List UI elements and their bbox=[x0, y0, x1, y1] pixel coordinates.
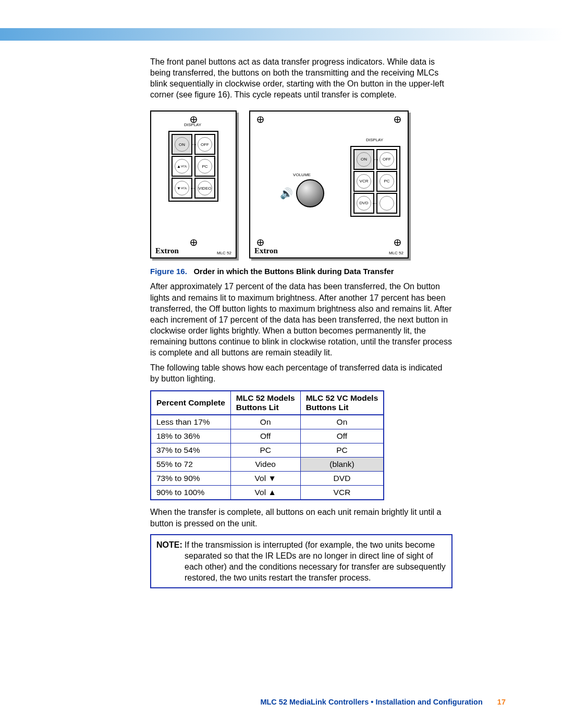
footer-title: MLC 52 MediaLink Controllers • Installat… bbox=[260, 698, 482, 706]
cell-mlc52vc: Off bbox=[300, 429, 384, 443]
page-footer: MLC 52 MediaLink Controllers • Installat… bbox=[260, 698, 506, 706]
arrow-left-icon: ← bbox=[371, 199, 378, 207]
cell-percent: 90% to 100% bbox=[151, 486, 230, 500]
button-off: OFF bbox=[376, 149, 397, 170]
cell-mlc52vc: DVD bbox=[300, 472, 384, 486]
device-panel-mlc52vc: VOLUME 🔊 DISPLAY ON OFF → bbox=[249, 110, 409, 258]
table-row: Less than 17%OnOn bbox=[151, 415, 384, 429]
brand-label: Extron bbox=[254, 246, 278, 255]
data-transfer-table: Percent Complete MLC 52 ModelsButtons Li… bbox=[150, 390, 384, 500]
paragraph-after-figure: After approximately 17 percent of the da… bbox=[150, 281, 452, 358]
page-number: 17 bbox=[497, 698, 506, 706]
figure-number: Figure 16. bbox=[150, 267, 187, 276]
volume-knob bbox=[296, 179, 324, 207]
figure-caption: Figure 16. Order in which the Buttons Bl… bbox=[150, 267, 452, 276]
figure-title: Order in which the Buttons Blink during … bbox=[193, 267, 394, 276]
figure-16: DISPLAY ON OFF → ▲VOL PC ↓ ▼VOL VIDEO bbox=[150, 110, 452, 258]
button-video: VIDEO bbox=[194, 178, 215, 199]
button-vol-up: ▲VOL bbox=[172, 156, 192, 177]
paragraph-table-intro: The following table shows how each perce… bbox=[150, 362, 452, 384]
arrow-up-icon: ↑ bbox=[352, 190, 356, 198]
button-on: ON bbox=[172, 134, 192, 155]
button-pc: PC bbox=[194, 156, 215, 177]
button-on: ON bbox=[353, 149, 374, 170]
paragraph-intro: The front panel buttons act as data tran… bbox=[150, 56, 452, 100]
button-blank bbox=[376, 193, 397, 214]
header-gradient-bar bbox=[0, 28, 563, 41]
screw-icon bbox=[394, 239, 401, 246]
cell-mlc52: Off bbox=[230, 429, 300, 443]
cell-percent: 73% to 90% bbox=[151, 472, 230, 486]
th-mlc52vc: MLC 52 VC ModelsButtons Lit bbox=[300, 391, 384, 415]
th-percent-complete: Percent Complete bbox=[151, 391, 230, 415]
table-row: 73% to 90%Vol ▼DVD bbox=[151, 472, 384, 486]
arrow-right-icon: → bbox=[190, 140, 198, 149]
paragraph-after-table: When the transfer is complete, all butto… bbox=[150, 507, 452, 528]
brand-label: Extron bbox=[155, 246, 179, 255]
th-mlc52: MLC 52 ModelsButtons Lit bbox=[230, 391, 300, 415]
screw-icon bbox=[256, 116, 264, 124]
cell-mlc52: Vol ▼ bbox=[230, 472, 300, 486]
cell-mlc52vc: (blank) bbox=[300, 458, 384, 472]
table-row: 55% to 72Video(blank) bbox=[151, 458, 384, 472]
cell-mlc52: Video bbox=[230, 458, 300, 472]
arrow-left-icon: ← bbox=[189, 184, 197, 192]
cell-percent: 37% to 54% bbox=[151, 443, 230, 458]
cell-percent: 18% to 36% bbox=[151, 429, 230, 443]
model-label: MLC 52 bbox=[389, 251, 403, 255]
screw-icon bbox=[190, 239, 198, 246]
cell-mlc52: PC bbox=[230, 443, 300, 458]
arrow-down-icon: ↓ bbox=[395, 168, 398, 176]
display-label: DISPLAY bbox=[184, 122, 201, 127]
cell-mlc52vc: PC bbox=[300, 443, 384, 458]
arrow-right-icon: → bbox=[372, 155, 380, 164]
cell-percent: Less than 17% bbox=[151, 415, 230, 429]
button-vcr: VCR bbox=[353, 171, 374, 192]
button-pc: PC bbox=[376, 171, 397, 192]
speaker-icon: 🔊 bbox=[280, 187, 293, 200]
table-row: 18% to 36%OffOff bbox=[151, 429, 384, 443]
button-off: OFF bbox=[194, 134, 215, 155]
device-panel-mlc52: DISPLAY ON OFF → ▲VOL PC ↓ ▼VOL VIDEO bbox=[150, 110, 237, 258]
table-row: 90% to 100%Vol ▲VCR bbox=[151, 486, 384, 500]
arrow-up-icon: ↑ bbox=[170, 175, 174, 183]
cell-mlc52: On bbox=[230, 415, 300, 429]
display-label: DISPLAY bbox=[366, 138, 383, 142]
screw-icon bbox=[394, 116, 401, 124]
button-grid: ON OFF → VCR PC ↓ DVD ↑ bbox=[350, 146, 400, 217]
arrow-down-icon: ↓ bbox=[213, 153, 216, 161]
note-lead: NOTE: bbox=[156, 539, 185, 550]
cell-mlc52vc: On bbox=[300, 415, 384, 429]
table-row: 37% to 54%PCPC bbox=[151, 443, 384, 458]
button-grid: ON OFF → ▲VOL PC ↓ ▼VOL VIDEO ↑ ← bbox=[168, 131, 218, 202]
volume-control: VOLUME 🔊 bbox=[280, 172, 324, 207]
cell-mlc52: Vol ▲ bbox=[230, 486, 300, 500]
screw-icon bbox=[256, 239, 264, 246]
cell-mlc52vc: VCR bbox=[300, 486, 384, 500]
volume-label: VOLUME bbox=[293, 172, 311, 177]
note-box: NOTE:If the transmission is interrupted … bbox=[150, 534, 452, 588]
note-text: If the transmission is interrupted (for … bbox=[185, 540, 446, 582]
page-content: The front panel buttons act as data tran… bbox=[150, 56, 452, 588]
cell-percent: 55% to 72 bbox=[151, 458, 230, 472]
model-label: MLC 52 bbox=[217, 251, 231, 255]
